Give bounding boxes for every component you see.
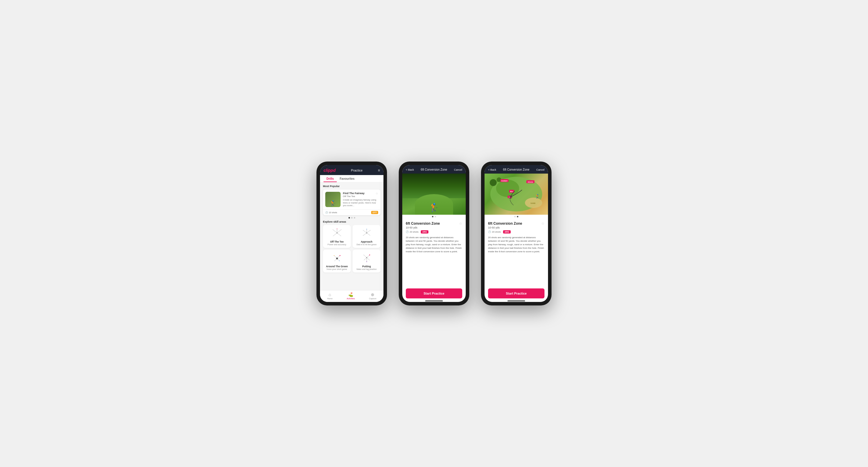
skill-desc-putting: Make and lag practice: [356, 268, 376, 270]
svg-point-17: [370, 230, 371, 231]
approach-svg: [360, 227, 374, 238]
skill-name-approach: Approach: [361, 240, 373, 243]
svg-line-10: [363, 230, 367, 233]
img-dot-3-1: [514, 216, 516, 218]
svg-text:🏌️: 🏌️: [535, 194, 540, 199]
svg-line-4: [337, 233, 341, 236]
skill-icon-putting: [360, 252, 374, 264]
skill-card-atg[interactable]: Around The Green Hone your short game: [323, 249, 351, 273]
skill-icon-ott: [330, 227, 344, 239]
back-button-3[interactable]: < Back: [488, 168, 496, 171]
skill-desc-approach: Dial-in to hit the green: [356, 243, 376, 245]
drill-meta-2: 🕐 20 shots ARG: [406, 230, 462, 234]
svg-line-20: [334, 256, 337, 259]
skill-card-approach[interactable]: Approach Dial-in to hit the green: [352, 225, 380, 248]
image-dots: [402, 215, 466, 219]
back-button[interactable]: < Back: [406, 168, 414, 171]
start-practice-btn-3[interactable]: Start Practice: [488, 289, 545, 298]
featured-card-footer: 🕐 10 shots OTT: [323, 209, 380, 215]
most-popular-title: Most Popular: [323, 185, 380, 188]
featured-drill-title: Find The Fairway: [343, 192, 365, 195]
nav-activities[interactable]: ⛳ Activities: [347, 292, 355, 300]
featured-drill-card[interactable]: 🏌️ Find The Fairway Off The Tee ☆ Create…: [323, 190, 380, 215]
atg-svg: [330, 252, 344, 263]
svg-point-8: [341, 229, 341, 230]
phone1-header: clippd Practice ≡: [320, 165, 383, 175]
putting-svg: [360, 252, 374, 263]
nav-home-label: Home: [327, 298, 333, 300]
ott-svg: [330, 227, 344, 238]
svg-line-3: [333, 233, 337, 236]
fav-icon-3[interactable]: ☆: [541, 222, 545, 226]
svg-point-24: [334, 255, 334, 256]
home-indicator-2: [402, 301, 466, 302]
drill-info-2: 6ft Conversion Zone ☆ 10-50 yds 🕐 20 sho…: [402, 219, 466, 286]
drill-range-3: 10-50 yds: [488, 226, 545, 229]
cancel-button[interactable]: Cancel: [454, 168, 462, 171]
skill-icon-atg: [330, 252, 344, 264]
svg-line-2: [337, 230, 341, 233]
arg-badge-3: ARG: [503, 230, 511, 234]
skill-card-ott[interactable]: Off The Tee Power and accuracy: [323, 225, 351, 248]
svg-line-12: [363, 233, 367, 236]
tab-favourites[interactable]: Favourites: [337, 175, 358, 182]
phone1-content: Most Popular 🏌️ Find The Fairway Off The…: [320, 182, 383, 290]
phone2-header-title: 6ft Conversion Zone: [421, 168, 447, 171]
shots-info: 🕐 10 shots: [325, 211, 337, 214]
clock-icon-2: 🕐: [406, 231, 409, 233]
cancel-button-3[interactable]: Cancel: [536, 168, 545, 171]
featured-drill-subtitle: Off The Tee: [343, 195, 365, 198]
activities-icon: ⛳: [348, 292, 353, 297]
skill-name-putting: Putting: [362, 265, 371, 268]
drill-title-3: 6ft Conversion Zone: [488, 222, 522, 226]
skill-card-putting[interactable]: Putting Make and lag practice: [352, 249, 380, 273]
start-practice-btn-2[interactable]: Start Practice: [406, 289, 462, 298]
bottom-nav: ⌂ Home ⛳ Activities ⊕ Capture: [320, 290, 383, 302]
shots-count-3: 🕐 20 shots: [488, 231, 501, 233]
drill-photo: 🏌️: [402, 174, 466, 215]
img-dot-2: [435, 216, 436, 218]
drill-range-2: 10-50 yds: [406, 226, 462, 229]
nav-title: Practice: [351, 169, 363, 172]
img-dot-3-2: [517, 216, 518, 218]
svg-point-7: [333, 229, 333, 230]
map-image: SAND FAIRWAY ROUGH Miss: [485, 174, 548, 215]
carousel-dots: [323, 217, 380, 219]
svg-line-11: [367, 230, 370, 233]
ott-badge: OTT: [371, 211, 378, 214]
golfer-figure: 🏌️: [429, 203, 439, 212]
shots-count-2: 🕐 20 shots: [406, 231, 418, 233]
favourite-icon[interactable]: ☆: [375, 192, 378, 195]
drill-desc-3: 20 shots are randomly generated at dista…: [488, 236, 545, 254]
phone-1: clippd Practice ≡ Drills Favourites Most…: [316, 162, 387, 305]
svg-line-29: [364, 255, 367, 258]
tabs-bar: Drills Favourites: [320, 175, 383, 182]
svg-point-27: [339, 261, 340, 261]
phone-2-screen: < Back 6ft Conversion Zone Cancel 🏌️: [402, 165, 466, 302]
phone2-header: < Back 6ft Conversion Zone Cancel: [402, 165, 466, 174]
home-bar-3: [507, 300, 525, 301]
svg-line-23: [337, 259, 339, 261]
svg-text:Miss: Miss: [510, 191, 513, 192]
phone3-header-title: 6ft Conversion Zone: [503, 168, 529, 171]
drill-meta-3: 🕐 20 shots ARG: [488, 230, 545, 234]
phone3-content: SAND FAIRWAY ROUGH Miss: [485, 174, 548, 302]
tab-drills[interactable]: Drills: [323, 175, 337, 182]
featured-drill-image: 🏌️: [325, 192, 341, 207]
nav-home[interactable]: ⌂ Home: [327, 292, 333, 300]
skill-desc-ott: Power and accuracy: [328, 243, 346, 245]
svg-point-15: [366, 229, 367, 229]
svg-line-13: [367, 233, 370, 236]
skill-grid: Off The Tee Power and accuracy: [323, 225, 380, 273]
capture-icon: ⊕: [371, 292, 374, 297]
featured-card-inner: 🏌️ Find The Fairway Off The Tee ☆ Create…: [323, 190, 380, 209]
svg-point-18: [363, 235, 364, 236]
explore-title: Explore skill areas: [323, 220, 380, 223]
svg-text:FAIRWAY: FAIRWAY: [501, 180, 508, 182]
fav-icon-2[interactable]: ☆: [459, 222, 462, 226]
svg-text:SAND: SAND: [531, 202, 536, 204]
phone-2: < Back 6ft Conversion Zone Cancel 🏌️: [399, 162, 469, 305]
img-dot-1: [432, 216, 433, 218]
nav-capture[interactable]: ⊕ Capture: [369, 292, 376, 300]
menu-icon[interactable]: ≡: [378, 168, 380, 172]
